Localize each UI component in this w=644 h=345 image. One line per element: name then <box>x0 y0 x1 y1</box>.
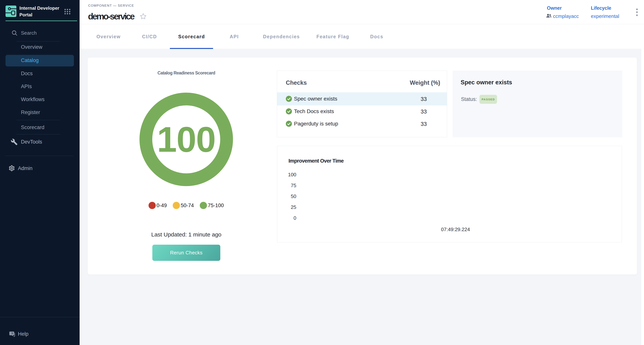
svg-text:?: ? <box>11 332 13 335</box>
